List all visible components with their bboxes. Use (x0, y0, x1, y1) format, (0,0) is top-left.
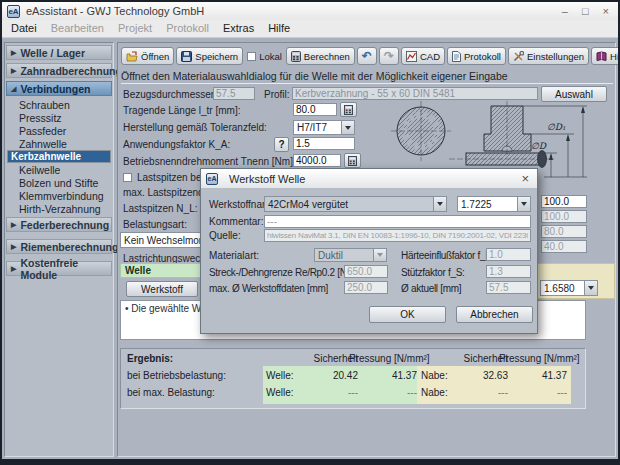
chevron-down-icon (584, 281, 597, 295)
menu-bearbeiten: Bearbeiten (44, 20, 111, 37)
yield-strength-input (344, 265, 388, 278)
sidebar-group-federberechnung[interactable]: ▶ Federberechnung (6, 217, 112, 232)
results-title: Ergebnis: (127, 353, 173, 364)
max-diameter-input (344, 281, 388, 294)
length-calc-button[interactable] (344, 153, 361, 168)
maximize-icon[interactable]: □ (582, 5, 589, 17)
open-button[interactable]: Öffnen (121, 47, 174, 65)
ok-button[interactable]: OK (369, 306, 446, 323)
comment-label: Kommentar: (209, 216, 263, 227)
menu-bar: Datei Bearbeiten Projekt Protokoll Extra… (2, 20, 618, 38)
result-row-label: bei max. Belastung: (127, 387, 215, 398)
chevron-right-icon: ▶ (11, 221, 16, 229)
profile-input (292, 87, 538, 100)
nominal-torque-label: Betriebsnenndrehmoment Tnenn [Nm]: (123, 156, 296, 167)
minimize-icon[interactable]: – (562, 5, 568, 17)
local-checkbox[interactable]: Lokal (245, 51, 284, 62)
dialog-title-bar: eA Werkstoff Welle × (201, 169, 537, 189)
calculator-icon (348, 156, 357, 166)
material-type-label: Materialart: (209, 250, 259, 261)
tolerance-select[interactable]: H7/IT7 (293, 120, 355, 135)
material-number-select[interactable]: 1.7225 (457, 196, 531, 212)
close-icon[interactable]: × (603, 5, 609, 17)
sidebar-group-riemenberechnung[interactable]: ▶ Riemenberechnung (6, 239, 112, 254)
chevron-right-icon: ▶ (11, 243, 16, 251)
save-button[interactable]: Speichern (176, 47, 243, 65)
load-peaks-checkbox[interactable] (123, 173, 132, 182)
source-label: Quelle: (209, 230, 241, 241)
load-peaks-count-label: Lastspitzen N_L: (123, 203, 198, 214)
dimension-label-d: ∅D (531, 141, 547, 151)
material-name-select[interactable]: 42CrMo4 vergütet (264, 196, 447, 212)
nabe-field-2-input (541, 210, 587, 223)
sidebar-group-verbindungen[interactable]: ◢ Verbindungen (6, 81, 112, 96)
nabe-pressure-value: --- (509, 387, 567, 398)
nabe-material-number-select[interactable]: 1.6580 (540, 280, 598, 296)
folder-open-icon (126, 51, 138, 62)
sidebar-item-hirth-verzahnung[interactable]: Hirth-Verzahnung (7, 202, 111, 215)
close-icon[interactable]: × (518, 172, 532, 185)
menu-hilfe[interactable]: Hilfe (261, 20, 297, 37)
results-panel: Ergebnis: Sicherheit Pressung [N/mm²] Si… (120, 348, 586, 409)
col-header-pressung-nabe: Pressung [N/mm²] (499, 353, 571, 364)
sidebar-item-presssitz[interactable]: Presssitz (7, 111, 111, 124)
welle-pressure-value: --- (359, 387, 417, 398)
nabe-safety-value: --- (446, 387, 508, 398)
calculator-icon (344, 105, 353, 115)
chevron-down-icon (433, 197, 446, 211)
auswahl-button[interactable]: Auswahl (541, 86, 607, 102)
toolbar: Öffnen Speichern Lokal (120, 45, 615, 67)
chevron-down-icon (341, 121, 354, 134)
application-window: eA eAssistant - GWJ Technology GmbH – □ … (0, 0, 620, 465)
material-type-select: Duktil (314, 248, 387, 262)
sidebar-group-kostenfreie-module[interactable]: ▶ Kostenfreie Module (6, 261, 112, 276)
undo-button[interactable]: ↶ (357, 47, 377, 65)
protocol-button[interactable]: Protokoll (447, 47, 506, 65)
nabe-field-1-input[interactable] (541, 195, 587, 208)
welle-label: Welle: (266, 370, 294, 381)
status-hint: Öffnet den Materialauswahldialog für die… (121, 70, 613, 84)
undo-icon: ↶ (362, 49, 372, 63)
sidebar-group-zahnradberechnung[interactable]: ▶ Zahnradberechnung (6, 63, 112, 78)
source-input (264, 229, 531, 242)
nabe-label: Nabe: (421, 387, 448, 398)
help-question-button[interactable]: ? (274, 137, 289, 152)
nabe-label: Nabe: (421, 370, 448, 381)
sidebar-item-keilwelle[interactable]: Keilwelle (7, 163, 111, 176)
floppy-disk-icon (181, 51, 192, 62)
sidebar-item-bolzen-und-stifte[interactable]: Bolzen und Stifte (7, 176, 111, 189)
werkstoff-button[interactable]: Werkstoff (126, 281, 198, 297)
menu-datei[interactable]: Datei (4, 20, 44, 37)
supporting-length-input[interactable] (293, 103, 337, 116)
cancel-button[interactable]: Abbrechen (456, 306, 533, 323)
chevron-right-icon: ▶ (11, 265, 16, 273)
nabe-pressure-value: 41.37 (509, 370, 567, 381)
menu-protokoll: Protokoll (159, 20, 216, 37)
redo-button: ↷ (379, 47, 399, 65)
nabe-field-4-input (541, 240, 587, 253)
chevron-down-icon (373, 249, 386, 261)
support-factor-input (486, 265, 531, 278)
help-button[interactable]: Hilfe (591, 47, 620, 65)
torque-calc-button[interactable] (340, 102, 357, 117)
sidebar-item-klemmverbindung[interactable]: Klemmverbindung (7, 189, 111, 202)
sidebar-item-passfeder[interactable]: Passfeder (7, 124, 111, 137)
book-icon (596, 51, 607, 62)
calculate-button[interactable]: Berechnen (286, 47, 355, 65)
sidebar-item-zahnwelle[interactable]: Zahnwelle (7, 137, 111, 150)
settings-button[interactable]: Einstellungen (508, 47, 589, 65)
cad-button[interactable]: CAD (401, 47, 445, 65)
comment-input[interactable] (264, 215, 531, 228)
sidebar-item-kerbzahnwelle[interactable]: Kerbzahnwelle (7, 150, 111, 163)
support-factor-label: Stützfaktor f_S: (401, 267, 465, 278)
application-factor-input[interactable] (293, 137, 355, 150)
dimension-label-d1: ∅D₁ (547, 122, 566, 132)
menu-extras[interactable]: Extras (216, 20, 261, 37)
sidebar-item-schrauben[interactable]: Schrauben (7, 98, 111, 111)
document-icon (452, 51, 461, 62)
nominal-torque-input[interactable] (293, 154, 341, 167)
sidebar-group-welle-lager[interactable]: ▶ Welle / Lager (6, 45, 112, 60)
welle-safety-value: --- (296, 387, 358, 398)
menu-projekt: Projekt (111, 20, 159, 37)
reference-diameter-input (213, 87, 255, 100)
